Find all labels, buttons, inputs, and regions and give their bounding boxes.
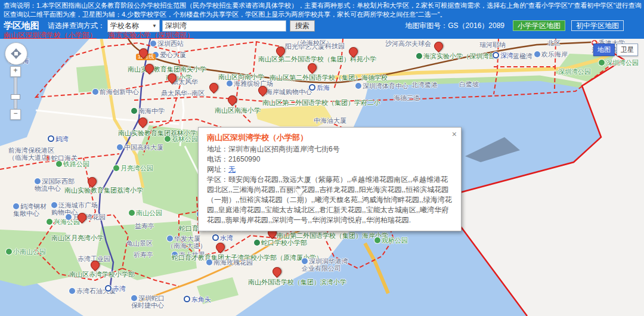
school-marker-pin[interactable] [166,72,178,84]
website-label: 网址： [207,165,228,174]
school-marker-pin[interactable] [143,62,156,75]
map-label: 荔林公园 [165,135,198,142]
map-label-text: 南山区第二外国语学校（集团）科苑小学 [258,55,376,63]
map-label: 妈湾 [48,135,69,142]
map-label-text: 中国高科大厦 [124,144,163,151]
map-label-text: 南山区第二外国语学校（集团）学府二小 [262,99,380,106]
map-label: 科技园 [325,42,345,49]
result-link-shenzhenwan[interactable]: 南山区深圳湾学校（小学部） [4,31,97,39]
phone-value: 21650990 [228,155,260,163]
park-icon [47,219,52,225]
map-label-text: 后海 [317,84,330,91]
map-label: 铁路公园 [56,160,89,168]
school-marker-pin[interactable] [86,175,98,188]
search-button[interactable]: 搜索 [290,20,315,32]
zoom-in-button[interactable]: + [10,66,21,77]
blue-icon [69,288,75,294]
zoom-out-button[interactable]: − [10,109,21,120]
map-label-text: 海雅缤纷广场 [234,80,273,87]
map-label-text: 兴海公园 [54,218,80,225]
map-label-text: 水湾 [220,234,233,241]
map-label: 益寿亭 [135,222,154,230]
map-label: 泛海城市广场 购物中心 [51,202,98,216]
map-label-text: 南山区向南小学 [218,73,264,80]
pan-right-icon[interactable] [18,51,24,57]
instruction-line-2: 区查询以二维平面图为准，卫星图为辅；4.少数学校学区，个别楼盘作为共享学区，学区… [4,10,640,19]
metro-icon [48,135,54,142]
query-instructions: 查询说明：1.本学区图指南山区义务教育阶段公办学校招生范围（民办学校招生要求请咨… [0,0,644,19]
school-marker-pin[interactable] [89,259,101,271]
map-label: 南山第二外国语学校（集团）海岸小学 [277,232,388,239]
popup-district-row: 学区：颐安阅海台花园,,致远大厦（紫藤苑）,,卓越维港花园南区,,卓越维港花园北… [207,175,453,225]
map-label-text: 南山区南海小学 [215,107,261,114]
school-marker-pin[interactable] [76,211,88,224]
close-icon[interactable]: × [452,130,457,138]
metro-icon [309,84,315,91]
website-link[interactable]: 无 [228,165,236,174]
map-label: 东角头 [184,296,211,303]
pan-control[interactable] [5,42,27,65]
map-view-button[interactable]: 地图 [593,44,615,56]
blue-icon [355,83,361,89]
phone-label: 电话： [207,155,228,163]
map-label: 白鹭坡 [459,80,479,88]
map-canvas[interactable]: 深圳西站爱心大厦前海11号线南山实验教育集团南头小学南山小学鼎太风华鼎太风华--… [0,39,644,316]
query-type-value: 学校名称 [110,20,139,32]
school-marker-pin[interactable] [137,116,149,128]
map-label: 南山区赤湾学校小学部 [69,271,135,278]
map-label: 南山区第二外国语学校（集团）学府二小 [262,99,380,106]
school-marker-pin[interactable] [208,81,220,94]
district-value: 颐安阅海台花园,,致远大厦（紫藤苑）,,卓越维港花园南区,,卓越维港花园北区,,… [207,175,452,224]
map-label-text: 月亮湾公园 [120,165,153,172]
map-label-text: 南山第二外国语学校（集团）海岸小学 [277,232,388,239]
school-marker-pin[interactable] [347,45,360,58]
metro-icon [184,296,190,302]
map-label-text: 妈湾 [55,135,69,142]
zoom-slider-handle[interactable] [11,94,20,100]
map-label-text: 北区 [547,39,561,47]
school-marker-pin[interactable] [306,61,318,74]
school-marker-pin[interactable] [432,40,445,52]
satellite-view-button[interactable]: 卫星 [617,44,638,56]
map-label-text: 荔林公园 [172,135,198,142]
blue-icon [534,51,540,57]
map-label: 深圳湾公园 [599,59,639,66]
map-label: 阳光华艺大厦 [285,43,324,50]
query-mode-label: 请选择查询方式： [48,21,105,31]
primary-school-map-button[interactable]: 小学学区地图 [513,20,565,31]
map-label: 鼎太风华--南区 [161,89,205,97]
zoom-slider-track[interactable] [14,77,17,109]
school-marker-pin[interactable] [226,94,239,106]
map-label-text: 南山区月亮湾小学 [51,234,104,241]
map-label: 深圳润华港湾 企业有限公司 [302,258,348,272]
map-label: 南山区向南小学 [218,73,264,80]
map-label: 蛇口育才教育集团太子湾学校小学部（原湾厦小学） [172,254,323,261]
map-label: 海雅缤纷广场 [227,80,273,87]
map-label: 深圳西站 [150,40,184,47]
middle-school-map-button[interactable]: 初中学区地图 [571,20,624,31]
school-marker-pin[interactable] [256,84,269,97]
school-marker-pin[interactable] [274,45,287,57]
map-label-text: 瑞河耶纳 [479,41,506,48]
search-input[interactable] [162,20,286,32]
school-marker-pin[interactable] [137,47,150,59]
school-marker-pin[interactable] [214,241,227,253]
map-label: 南山实验教育集团荔湾小学 [64,187,143,194]
map-label-text: 深湾 [500,52,513,59]
blue-icon [92,89,98,95]
district-label: 学区： [207,175,228,184]
map-label-text: 深圳湾公园 [558,68,591,75]
pan-left-icon[interactable] [8,51,14,57]
map-label: 南山实验教育集团荔林小学 [118,129,197,137]
map-label: 深国际西部 物流中心 [35,178,75,192]
map-label-text: 铁路公园 [63,160,89,168]
map-label-text: 赤湾 [113,285,126,292]
blue-icon [51,202,57,208]
map-label: 北湾鹭港 [411,81,438,88]
result-link-haibin[interactable]: 海滨实验小学（深圳湾部） [108,31,194,39]
school-marker-pin[interactable] [271,265,283,278]
map-label: 南山区月亮湾小学 [51,234,104,241]
blue-icon [117,144,123,150]
zoom-control: + − [10,66,21,120]
map-label-text: 深圳湾公园 [606,59,639,66]
